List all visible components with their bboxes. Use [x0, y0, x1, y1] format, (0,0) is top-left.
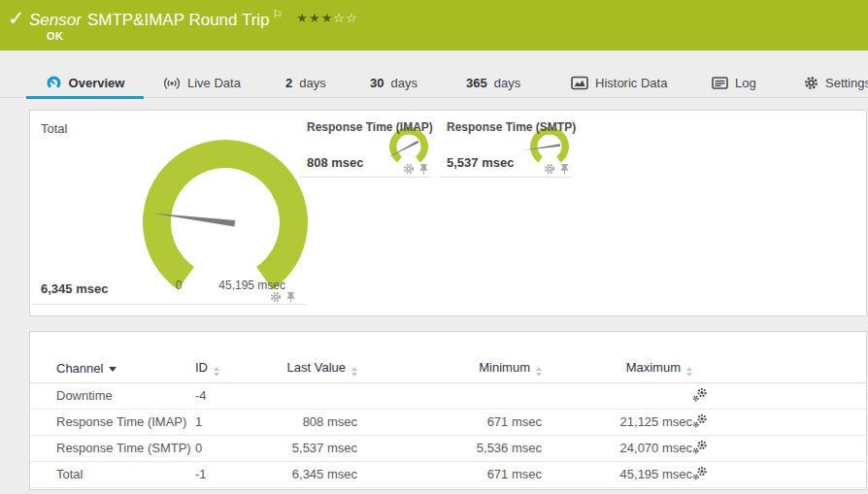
tab-365-days[interactable]: 365 days: [466, 68, 520, 98]
gauge-tile-total: Total 0 45,195 msec 6,345 msec: [31, 112, 307, 305]
pin-icon[interactable]: [286, 291, 295, 303]
priority-stars[interactable]: ★★★☆☆: [296, 11, 357, 25]
table-row-response-time-smtp: Response Time (SMTP) 0 5,537 msec 5,536 …: [30, 435, 866, 461]
gauge-tile-smtp: Response Time (SMTP) 5,537 msec: [439, 112, 573, 178]
tab-historic-data[interactable]: Historic Data: [571, 68, 667, 98]
cell-last-value: 5,537 msec: [268, 435, 357, 461]
cell-minimum: 671 msec: [357, 409, 542, 435]
sort-both-icon: [351, 367, 357, 377]
sort-both-icon: [214, 367, 219, 377]
flag-icon[interactable]: ⚐: [273, 8, 284, 21]
cell-minimum: 671 msec: [357, 461, 542, 487]
channel-settings-gears-icon[interactable]: [692, 387, 708, 402]
live-data-icon: [163, 77, 181, 90]
pin-icon[interactable]: [560, 163, 569, 175]
cell-last-value: 6,345 msec: [268, 461, 357, 487]
sensor-title-line: SensorSMTP&IMAP Round Trip⚐★★★☆☆: [29, 8, 358, 30]
cell-id: 0: [195, 435, 268, 461]
header-tools: [692, 355, 866, 382]
channel-settings-gears-icon[interactable]: [692, 440, 708, 454]
stars-empty: ☆☆: [333, 11, 357, 25]
sensor-tab-bar: Overview Live Data 2 days 30 days 365 da…: [0, 68, 868, 98]
sensor-status-text: OK: [47, 30, 63, 42]
gear-icon: [804, 76, 818, 90]
channel-gear-icon[interactable]: [403, 163, 415, 175]
table-row-downtime: Downtime -4: [30, 382, 866, 409]
gauge-title-smtp: Response Time (SMTP): [447, 120, 576, 134]
gauge-tools-smtp: [544, 163, 569, 175]
tab-2-days[interactable]: 2 days: [285, 68, 326, 98]
gauge-value-imap: 808 msec: [307, 155, 364, 170]
cell-channel: Response Time (SMTP): [30, 435, 195, 461]
channels-table: Channel ID Last Value Minimum Maximum Do…: [30, 355, 866, 488]
stars-filled: ★★★: [296, 11, 333, 25]
header-maximum[interactable]: Maximum: [542, 355, 692, 382]
cell-channel: Total: [30, 461, 195, 487]
channel-gear-icon[interactable]: [544, 163, 555, 175]
channels-table-panel: Channel ID Last Value Minimum Maximum Do…: [29, 331, 867, 490]
gauge-scale-min: 0: [167, 279, 190, 292]
sensor-status-banner: ✓ SensorSMTP&IMAP Round Trip⚐★★★☆☆ OK: [0, 0, 868, 50]
cell-id: -4: [195, 382, 268, 409]
gauge-value-smtp: 5,537 msec: [447, 155, 514, 170]
tab-overview[interactable]: Overview: [26, 68, 144, 98]
sensor-title: SMTP&IMAP Round Trip: [87, 11, 270, 29]
cell-channel: Downtime: [30, 382, 195, 409]
prtg-sensor-page: ✓ SensorSMTP&IMAP Round Trip⚐★★★☆☆ OK Ov…: [0, 0, 868, 494]
cell-tools: [692, 409, 866, 435]
channel-settings-gears-icon[interactable]: [692, 466, 708, 480]
tab-live-data[interactable]: Live Data: [163, 68, 241, 98]
overview-gauges-panel: Total 0 45,195 msec 6,345 msec Response …: [29, 110, 867, 316]
header-id[interactable]: ID: [195, 355, 268, 382]
cell-minimum: 5,536 msec: [357, 435, 542, 461]
gauge-tile-imap: Response Time (IMAP) 808 msec: [299, 112, 432, 178]
header-minimum[interactable]: Minimum: [357, 355, 542, 382]
sort-both-icon: [686, 367, 692, 377]
historic-data-icon: [571, 76, 588, 90]
sort-down-icon: [109, 367, 117, 372]
header-last-value[interactable]: Last Value: [268, 355, 357, 382]
cell-tools: [692, 435, 866, 461]
cell-id: -1: [195, 461, 268, 487]
table-header-row: Channel ID Last Value Minimum Maximum: [30, 355, 866, 382]
gauge-title-total: Total: [41, 121, 67, 136]
cell-tools: [692, 382, 866, 409]
cell-maximum: 24,070 msec: [542, 435, 692, 461]
cell-channel: Response Time (IMAP): [30, 409, 195, 435]
gauge-tools-imap: [403, 163, 428, 175]
gauge-scale-max: 45,195 msec: [218, 279, 285, 292]
tab-30-days[interactable]: 30 days: [370, 68, 417, 98]
channel-settings-gears-icon[interactable]: [692, 413, 708, 428]
cell-id: 1: [195, 409, 268, 435]
status-ok-check-icon: ✓: [8, 7, 25, 30]
gauge-value-total: 6,345 msec: [41, 281, 108, 296]
cell-minimum: [357, 382, 542, 409]
cell-last-value: [268, 382, 357, 409]
sort-both-icon: [536, 367, 542, 377]
tab-settings[interactable]: Settings: [804, 68, 868, 98]
gauge-icon: [46, 75, 62, 91]
tab-log[interactable]: Log: [712, 68, 756, 98]
gauge-tools-total: [270, 291, 295, 303]
gauge-title-imap: Response Time (IMAP): [307, 120, 433, 134]
total-gauge: [128, 133, 313, 296]
cell-tools: [692, 461, 866, 487]
table-row-total: Total -1 6,345 msec 671 msec 45,195 msec: [30, 461, 866, 487]
log-icon: [712, 77, 728, 89]
cell-maximum: 45,195 msec: [542, 461, 692, 487]
sensor-type-label: Sensor: [29, 11, 82, 29]
cell-maximum: 21,125 msec: [542, 409, 692, 435]
channel-gear-icon[interactable]: [270, 291, 282, 303]
cell-last-value: 808 msec: [268, 409, 357, 435]
table-row-response-time-imap: Response Time (IMAP) 1 808 msec 671 msec…: [30, 409, 866, 435]
pin-icon[interactable]: [419, 163, 428, 175]
cell-maximum: [542, 382, 692, 409]
header-channel[interactable]: Channel: [30, 355, 195, 382]
